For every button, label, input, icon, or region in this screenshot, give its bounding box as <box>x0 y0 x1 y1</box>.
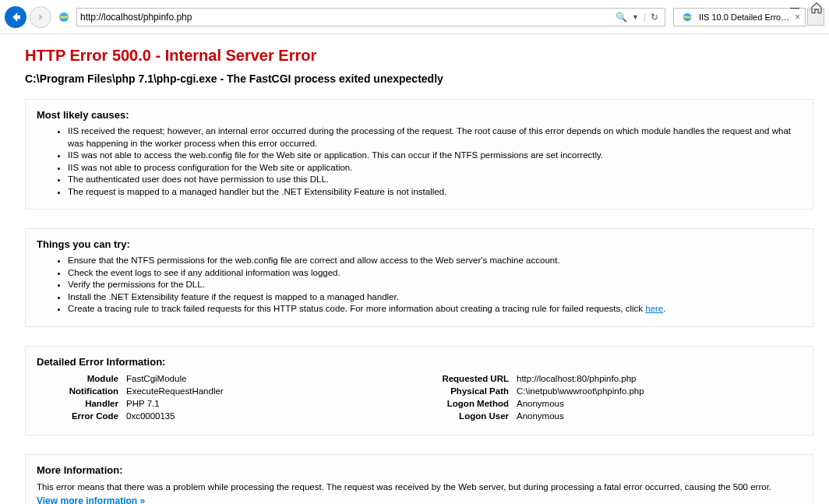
list-item: Ensure that the NTFS permissions for the… <box>68 255 802 267</box>
more-heading: More Information: <box>37 464 802 476</box>
detail-label: Error Code <box>37 411 126 421</box>
detail-label: Handler <box>37 399 126 408</box>
detail-col-left: ModuleFastCgiModuleNotificationExecuteRe… <box>37 374 411 424</box>
here-link[interactable]: here <box>645 304 663 313</box>
detail-value: ExecuteRequestHandler <box>126 386 411 396</box>
causes-box: Most likely causes: IIS received the req… <box>25 99 813 210</box>
detail-value: Anonymous <box>517 411 802 421</box>
error-subtitle: C:\Program Files\php 7.1\php-cgi.exe - T… <box>25 72 813 85</box>
ie-icon <box>682 12 693 23</box>
list-item: The authenticated user does not have per… <box>68 174 802 186</box>
detail-value: PHP 7.1 <box>126 399 411 408</box>
try-box: Things you can try: Ensure that the NTFS… <box>25 228 813 327</box>
detail-value: C:\inetpub\wwwroot\phpinfo.php <box>517 386 802 396</box>
dropdown-icon[interactable]: ▼ <box>632 13 639 21</box>
detail-value: Anonymous <box>517 399 802 408</box>
window-controls: — <box>790 2 823 14</box>
detail-value: 0xc0000135 <box>126 411 411 421</box>
browser-toolbar: 🔍 ▼ | ↻ IIS 10.0 Detailed Error - 500...… <box>0 0 829 34</box>
home-icon[interactable] <box>810 2 823 14</box>
try-list: Ensure that the NTFS permissions for the… <box>37 255 802 315</box>
view-more-link[interactable]: View more information » <box>37 495 145 504</box>
detail-label: Module <box>37 374 126 383</box>
try-heading: Things you can try: <box>37 238 802 250</box>
search-icon[interactable]: 🔍 <box>616 12 627 23</box>
detail-row: Logon UserAnonymous <box>427 411 802 421</box>
detail-value: FastCgiModule <box>126 374 411 383</box>
detail-row: HandlerPHP 7.1 <box>37 399 411 408</box>
list-item: Verify the permissions for the DLL. <box>68 279 802 291</box>
list-item: The request is mapped to a managed handl… <box>68 186 802 199</box>
detail-value: http://localhost:80/phpinfo.php <box>517 374 802 383</box>
detail-label: Notification <box>37 386 126 396</box>
list-item: Install the .NET Extensibility feature i… <box>68 291 802 304</box>
more-text: This error means that there was a proble… <box>37 481 802 493</box>
url-input[interactable] <box>80 12 612 23</box>
address-bar[interactable]: 🔍 ▼ | ↻ <box>76 8 665 26</box>
ie-icon <box>58 11 70 23</box>
error-title: HTTP Error 500.0 - Internal Server Error <box>25 47 813 65</box>
causes-heading: Most likely causes: <box>37 109 802 121</box>
address-tools: 🔍 ▼ | ↻ <box>612 12 661 23</box>
minimize-button[interactable]: — <box>790 2 799 13</box>
detail-row: Logon MethodAnonymous <box>427 399 802 408</box>
page-content: HTTP Error 500.0 - Internal Server Error… <box>0 34 829 504</box>
tab-title: IIS 10.0 Detailed Error - 500.... <box>699 12 792 22</box>
detail-row: NotificationExecuteRequestHandler <box>37 386 411 396</box>
detail-heading: Detailed Error Information: <box>37 356 802 368</box>
browser-tab[interactable]: IIS 10.0 Detailed Error - 500.... × <box>673 8 806 26</box>
forward-button[interactable] <box>30 6 51 28</box>
detail-label: Requested URL <box>427 374 517 383</box>
list-item: Check the event logs to see if any addit… <box>68 267 802 280</box>
causes-list: IIS received the request; however, an in… <box>37 125 802 198</box>
detail-box: Detailed Error Information: ModuleFastCg… <box>25 346 813 435</box>
detail-row: Physical PathC:\inetpub\wwwroot\phpinfo.… <box>427 386 802 396</box>
more-box: More Information: This error means that … <box>25 454 813 504</box>
refresh-icon[interactable]: ↻ <box>651 12 658 23</box>
detail-row: ModuleFastCgiModule <box>37 374 411 383</box>
detail-label: Physical Path <box>427 386 517 396</box>
list-item: IIS was not able to access the web.confi… <box>68 150 802 162</box>
list-item: IIS was not able to process configuratio… <box>68 162 802 174</box>
detail-label: Logon User <box>427 411 517 421</box>
detail-row: Error Code0xc0000135 <box>37 411 411 421</box>
list-item: Create a tracing rule to track failed re… <box>68 303 802 315</box>
back-button[interactable] <box>5 6 26 28</box>
list-item: IIS received the request; however, an in… <box>68 125 802 150</box>
detail-col-right: Requested URLhttp://localhost:80/phpinfo… <box>427 374 802 424</box>
detail-label: Logon Method <box>427 399 517 408</box>
detail-row: Requested URLhttp://localhost:80/phpinfo… <box>427 374 802 383</box>
